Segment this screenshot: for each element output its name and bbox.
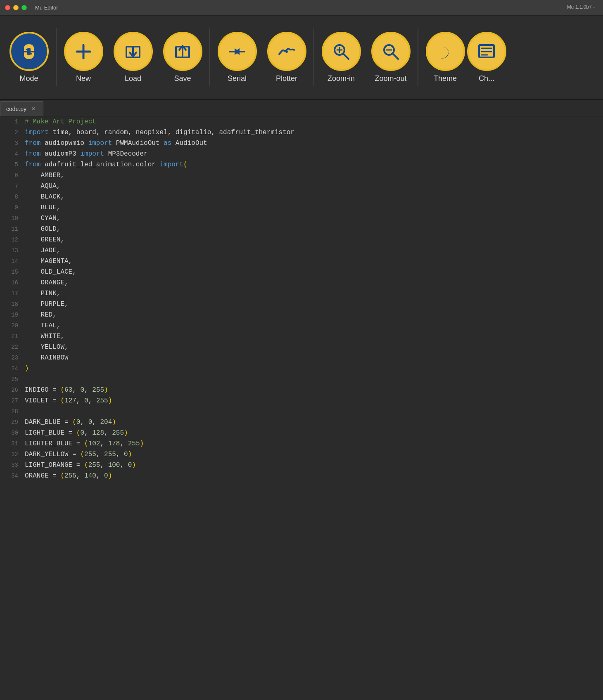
line-num-1: 1 bbox=[0, 116, 25, 127]
mode-button[interactable]: Mode bbox=[4, 20, 54, 95]
code-line-22: 22 YELLOW, bbox=[0, 342, 603, 352]
line-num-18: 18 bbox=[0, 299, 25, 310]
fullscreen-button[interactable] bbox=[21, 5, 27, 10]
code-content-17: PINK, bbox=[25, 288, 60, 299]
code-content-10: CYAN, bbox=[25, 213, 60, 224]
line-num-11: 11 bbox=[0, 224, 25, 234]
line-num-5: 5 bbox=[0, 159, 25, 170]
line-num-19: 19 bbox=[0, 310, 25, 320]
code-line-26: 26 INDIGO = (63, 0, 255) bbox=[0, 385, 603, 395]
tab-close-button[interactable]: ✕ bbox=[30, 105, 37, 113]
serial-icon bbox=[218, 32, 257, 71]
theme-icon bbox=[426, 32, 465, 71]
code-content-21: WHITE, bbox=[25, 331, 64, 342]
minimize-button[interactable] bbox=[13, 5, 19, 10]
line-num-27: 27 bbox=[0, 395, 25, 406]
code-editor[interactable]: 1 # Make Art Project 2 import time, boar… bbox=[0, 116, 603, 481]
code-content-23: RAINBOW bbox=[25, 352, 69, 363]
zoom-out-button[interactable]: Zoom-out bbox=[366, 20, 415, 95]
save-label: Save bbox=[174, 74, 191, 83]
code-content-16: ORANGE, bbox=[25, 277, 69, 288]
zoom-in-button[interactable]: Zoom-in bbox=[316, 20, 366, 95]
line-num-34: 34 bbox=[0, 471, 25, 481]
code-line-32: 32 DARK_YELLOW = (255, 255, 0) bbox=[0, 449, 603, 460]
code-line-16: 16 ORANGE, bbox=[0, 277, 603, 288]
save-icon bbox=[163, 32, 202, 71]
code-content-20: TEAL, bbox=[25, 320, 60, 331]
code-line-33: 33 LIGHT_ORANGE = (255, 100, 0) bbox=[0, 460, 603, 471]
line-num-24: 24 bbox=[0, 363, 25, 374]
code-content-33: LIGHT_ORANGE = (255, 100, 0) bbox=[25, 460, 136, 471]
load-icon bbox=[114, 32, 153, 71]
line-num-23: 23 bbox=[0, 352, 25, 363]
code-line-28: 28 bbox=[0, 406, 603, 417]
code-content-4: from audiomP3 import MP3Decoder bbox=[25, 149, 148, 159]
serial-button[interactable]: Serial bbox=[212, 20, 262, 95]
zoom-in-label: Zoom-in bbox=[328, 74, 355, 83]
load-label: Load bbox=[125, 74, 141, 83]
svg-line-12 bbox=[343, 54, 349, 59]
load-button[interactable]: Load bbox=[108, 20, 158, 95]
code-line-13: 13 JADE, bbox=[0, 245, 603, 256]
code-line-19: 19 RED, bbox=[0, 310, 603, 320]
code-line-2: 2 import time, board, random, neopixel, … bbox=[0, 127, 603, 138]
line-num-10: 10 bbox=[0, 213, 25, 224]
code-content-9: BLUE, bbox=[25, 202, 60, 213]
svg-point-0 bbox=[26, 49, 27, 50]
plotter-label: Plotter bbox=[276, 74, 297, 83]
check-label: Ch... bbox=[479, 74, 494, 83]
code-line-15: 15 OLD_LACE, bbox=[0, 267, 603, 277]
code-content-24: ) bbox=[25, 363, 29, 374]
code-content-3: from audiopwmio import PWMAudioOut as Au… bbox=[25, 138, 207, 149]
code-content-2: import time, board, random, neopixel, di… bbox=[25, 127, 294, 138]
new-button[interactable]: New bbox=[59, 20, 108, 95]
close-button[interactable] bbox=[5, 5, 10, 10]
code-line-25: 25 bbox=[0, 374, 603, 385]
code-line-17: 17 PINK, bbox=[0, 288, 603, 299]
theme-button[interactable]: Theme bbox=[420, 20, 470, 95]
svg-point-1 bbox=[31, 53, 32, 54]
code-content-13: JADE, bbox=[25, 245, 60, 256]
line-num-25: 25 bbox=[0, 374, 25, 385]
line-num-31: 31 bbox=[0, 438, 25, 449]
check-button[interactable]: Ch... bbox=[470, 20, 503, 95]
theme-label: Theme bbox=[434, 74, 457, 83]
plotter-button[interactable]: Plotter bbox=[262, 20, 311, 95]
code-line-29: 29 DARK_BLUE = (0, 0, 204) bbox=[0, 417, 603, 428]
line-num-13: 13 bbox=[0, 245, 25, 256]
code-line-18: 18 PURPLE, bbox=[0, 299, 603, 310]
code-line-7: 7 AQUA, bbox=[0, 181, 603, 192]
code-line-9: 9 BLUE, bbox=[0, 202, 603, 213]
code-line-27: 27 VIOLET = (127, 0, 255) bbox=[0, 395, 603, 406]
new-label: New bbox=[76, 74, 91, 83]
serial-label: Serial bbox=[228, 74, 247, 83]
line-num-30: 30 bbox=[0, 428, 25, 438]
app-title: Mu Editor bbox=[33, 5, 58, 11]
check-icon bbox=[467, 32, 506, 71]
zoom-out-icon bbox=[371, 32, 411, 71]
mode-icon bbox=[9, 32, 49, 71]
toolbar-sep-2 bbox=[209, 28, 210, 86]
code-content-12: GREEN, bbox=[25, 234, 64, 245]
line-num-9: 9 bbox=[0, 202, 25, 213]
toolbar-sep-1 bbox=[56, 28, 57, 86]
code-content-11: GOLD, bbox=[25, 224, 60, 234]
code-content-29: DARK_BLUE = (0, 0, 204) bbox=[25, 417, 116, 428]
code-content-7: AQUA, bbox=[25, 181, 60, 192]
toolbar-sep-4 bbox=[418, 28, 418, 86]
code-content-6: AMBER, bbox=[25, 170, 64, 181]
svg-point-10 bbox=[285, 50, 288, 53]
save-button[interactable]: Save bbox=[158, 20, 207, 95]
line-num-7: 7 bbox=[0, 181, 25, 192]
code-line-21: 21 WHITE, bbox=[0, 331, 603, 342]
code-content-8: BLACK, bbox=[25, 192, 64, 202]
line-num-2: 2 bbox=[0, 127, 25, 138]
zoom-out-label: Zoom-out bbox=[375, 74, 406, 83]
tab-code-py[interactable]: code.py ✕ bbox=[0, 101, 43, 116]
code-line-14: 14 MAGENTA, bbox=[0, 256, 603, 267]
line-num-8: 8 bbox=[0, 192, 25, 202]
code-line-1: 1 # Make Art Project bbox=[0, 116, 603, 127]
code-line-11: 11 GOLD, bbox=[0, 224, 603, 234]
tabbar: code.py ✕ bbox=[0, 100, 603, 116]
line-num-22: 22 bbox=[0, 342, 25, 352]
